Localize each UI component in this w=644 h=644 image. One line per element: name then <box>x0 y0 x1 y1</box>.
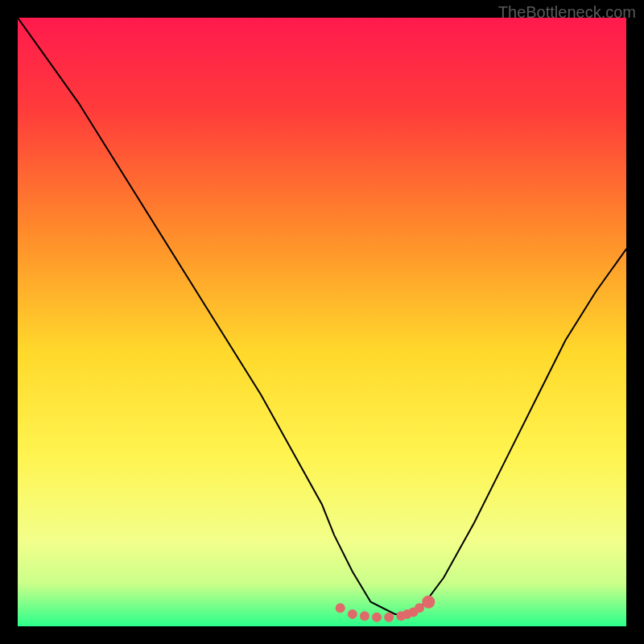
chart-background-gradient <box>18 18 626 626</box>
point-basin-dots <box>336 603 345 613</box>
point-basin-dots <box>415 603 424 613</box>
point-marker-dot <box>422 596 435 609</box>
point-basin-dots <box>348 609 357 619</box>
watermark-text: TheBottleneck.com <box>498 3 636 22</box>
point-basin-dots <box>360 611 369 621</box>
point-basin-dots <box>384 613 394 622</box>
chart-svg <box>18 18 626 626</box>
point-basin-dots <box>372 613 382 622</box>
chart-plot-area <box>18 18 626 626</box>
